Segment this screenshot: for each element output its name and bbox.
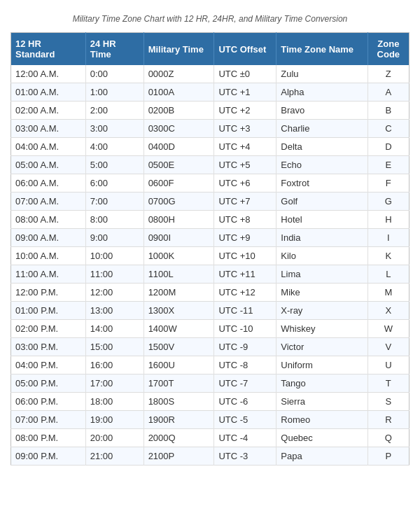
table-row: 07:00 A.M.7:000700GUTC +7GolfG [11, 192, 410, 211]
cell-12hr: 10:00 A.M. [11, 247, 86, 265]
cell-timezone-name: India [276, 229, 368, 247]
table-row: 01:00 A.M.1:000100AUTC +1AlphaA [11, 83, 410, 102]
cell-timezone-name: Golf [276, 192, 368, 211]
cell-utc: UTC +3 [214, 120, 276, 138]
cell-24hr: 18:00 [85, 393, 144, 411]
cell-zone-code: R [368, 411, 409, 429]
table-row: 03:00 A.M.3:000300CUTC +3CharlieC [11, 120, 410, 138]
table-row: 01:00 P.M.13:001300XUTC -11X-rayX [11, 302, 410, 320]
cell-zone-code: G [368, 192, 409, 211]
cell-12hr: 05:00 A.M. [11, 156, 86, 174]
cell-utc: UTC +12 [214, 284, 276, 302]
cell-utc: UTC +2 [214, 102, 276, 120]
cell-military: 1700T [144, 374, 214, 393]
cell-military: 2000Q [144, 429, 214, 447]
table-row: 02:00 A.M.2:000200BUTC +2BravoB [11, 102, 410, 120]
table-row: 05:00 P.M.17:001700TUTC -7TangoT [11, 374, 410, 393]
header-utc: UTC Offset [214, 33, 276, 66]
cell-military: 1300X [144, 302, 214, 320]
cell-military: 0100A [144, 83, 214, 102]
cell-timezone-name: Zulu [276, 65, 368, 83]
cell-utc: UTC +7 [214, 192, 276, 211]
cell-24hr: 13:00 [85, 302, 144, 320]
cell-timezone-name: Delta [276, 138, 368, 156]
cell-timezone-name: Bravo [276, 102, 368, 120]
cell-24hr: 0:00 [85, 65, 144, 83]
cell-military: 1400W [144, 320, 214, 338]
cell-utc: UTC -8 [214, 356, 276, 374]
cell-military: 1800S [144, 393, 214, 411]
cell-24hr: 12:00 [85, 284, 144, 302]
cell-24hr: 3:00 [85, 120, 144, 138]
header-military: Military Time [144, 33, 214, 66]
cell-zone-code: V [368, 338, 409, 356]
cell-military: 0300C [144, 120, 214, 138]
table-header-row: 12 HR Standard 24 HR Time Military Time … [11, 33, 410, 66]
cell-12hr: 09:00 P.M. [11, 447, 86, 465]
cell-24hr: 21:00 [85, 447, 144, 465]
cell-utc: UTC +1 [214, 83, 276, 102]
cell-24hr: 2:00 [85, 102, 144, 120]
cell-zone-code: K [368, 247, 409, 265]
cell-timezone-name: Whiskey [276, 320, 368, 338]
cell-12hr: 12:00 A.M. [11, 65, 86, 83]
table-row: 04:00 P.M.16:001600UUTC -8UniformU [11, 356, 410, 374]
table-row: 09:00 A.M.9:000900IUTC +9IndiaI [11, 229, 410, 247]
cell-timezone-name: Foxtrot [276, 174, 368, 192]
table-row: 03:00 P.M.15:001500VUTC -9VictorV [11, 338, 410, 356]
table-row: 09:00 P.M.21:002100PUTC -3PapaP [11, 447, 410, 465]
cell-timezone-name: Papa [276, 447, 368, 465]
cell-12hr: 07:00 A.M. [11, 192, 86, 211]
cell-timezone-name: Alpha [276, 83, 368, 102]
time-zone-table: 12 HR Standard 24 HR Time Military Time … [10, 32, 410, 465]
cell-utc: UTC ±0 [214, 65, 276, 83]
cell-utc: UTC -11 [214, 302, 276, 320]
cell-timezone-name: Echo [276, 156, 368, 174]
cell-utc: UTC +9 [214, 229, 276, 247]
table-row: 07:00 P.M.19:001900RUTC -5RomeoR [11, 411, 410, 429]
cell-utc: UTC -10 [214, 320, 276, 338]
cell-timezone-name: Tango [276, 374, 368, 393]
cell-zone-code: D [368, 138, 409, 156]
cell-military: 0700G [144, 192, 214, 211]
table-row: 06:00 A.M.6:000600FUTC +6FoxtrotF [11, 174, 410, 192]
cell-zone-code: I [368, 229, 409, 247]
cell-timezone-name: Sierra [276, 393, 368, 411]
cell-12hr: 01:00 A.M. [11, 83, 86, 102]
cell-24hr: 5:00 [85, 156, 144, 174]
cell-24hr: 8:00 [85, 211, 144, 229]
cell-military: 1600U [144, 356, 214, 374]
cell-timezone-name: Victor [276, 338, 368, 356]
cell-12hr: 04:00 P.M. [11, 356, 86, 374]
cell-utc: UTC +6 [214, 174, 276, 192]
cell-zone-code: F [368, 174, 409, 192]
table-row: 12:00 A.M.0:000000ZUTC ±0ZuluZ [11, 65, 410, 83]
cell-timezone-name: Hotel [276, 211, 368, 229]
cell-military: 0400D [144, 138, 214, 156]
cell-timezone-name: Mike [276, 284, 368, 302]
cell-utc: UTC +4 [214, 138, 276, 156]
cell-24hr: 14:00 [85, 320, 144, 338]
cell-24hr: 4:00 [85, 138, 144, 156]
cell-12hr: 11:00 A.M. [11, 265, 86, 284]
header-24hr: 24 HR Time [85, 33, 144, 66]
cell-timezone-name: Quebec [276, 429, 368, 447]
cell-zone-code: U [368, 356, 409, 374]
cell-zone-code: E [368, 156, 409, 174]
table-row: 08:00 A.M.8:000800HUTC +8HotelH [11, 211, 410, 229]
cell-12hr: 06:00 A.M. [11, 174, 86, 192]
cell-utc: UTC -5 [214, 411, 276, 429]
table-row: 10:00 A.M.10:001000KUTC +10KiloK [11, 247, 410, 265]
cell-24hr: 9:00 [85, 229, 144, 247]
cell-military: 1000K [144, 247, 214, 265]
cell-timezone-name: Uniform [276, 356, 368, 374]
page-subtitle: Military Time Zone Chart with 12 HR, 24H… [10, 14, 410, 24]
cell-military: 1900R [144, 411, 214, 429]
cell-zone-code: C [368, 120, 409, 138]
cell-24hr: 16:00 [85, 356, 144, 374]
cell-zone-code: T [368, 374, 409, 393]
cell-utc: UTC +10 [214, 247, 276, 265]
cell-12hr: 02:00 A.M. [11, 102, 86, 120]
cell-utc: UTC +8 [214, 211, 276, 229]
cell-zone-code: S [368, 393, 409, 411]
